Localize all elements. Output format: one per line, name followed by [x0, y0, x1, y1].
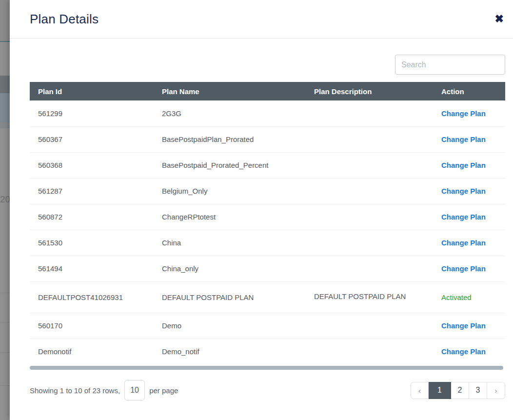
table-row: DEFAULTPOST41026931 DEFAULT POSTPAID PLA…	[30, 281, 505, 313]
change-plan-link[interactable]: Change Plan	[441, 187, 486, 195]
cell-action: Change Plan	[433, 339, 505, 364]
cell-plan-description	[306, 256, 433, 281]
page-size-dropdown[interactable]: 10	[124, 380, 145, 400]
pagination-page-3[interactable]: 3	[469, 382, 487, 399]
cell-plan-description: DEFAULT POSTPAID PLAN	[306, 281, 433, 313]
change-plan-link[interactable]: Change Plan	[441, 239, 486, 247]
cell-plan-name: China_only	[154, 256, 306, 281]
cell-action: Change Plan	[433, 126, 505, 152]
background-band	[0, 93, 10, 122]
cell-plan-id: 561287	[30, 178, 154, 204]
cell-plan-id: 561494	[30, 256, 154, 281]
background-gridline	[0, 293, 10, 293]
background-gridline	[0, 322, 10, 322]
modal-header: Plan Details ✖	[10, 0, 513, 39]
table-toolbar	[30, 55, 505, 75]
pagination-prev-button[interactable]: ‹	[411, 382, 429, 399]
cell-plan-description	[306, 204, 433, 230]
per-page-label: per page	[149, 386, 178, 395]
pagination-next-button[interactable]: ›	[487, 382, 505, 399]
cell-plan-description	[306, 230, 433, 256]
table-row: 560170 Demo Change Plan	[30, 313, 505, 339]
background-band	[0, 76, 10, 93]
background-axis-label: 200	[0, 194, 10, 205]
pagination-summary: Showing 1 to 10 of 23 rows,	[30, 386, 120, 395]
table-row: 561299 2G3G Change Plan	[30, 100, 505, 126]
pagination: ‹123›	[411, 382, 505, 399]
cell-action: Change Plan	[433, 230, 505, 256]
cell-plan-name: ChangeRPtotest	[154, 204, 306, 230]
cell-plan-name: DEFAULT POSTPAID PLAN	[154, 281, 306, 313]
change-plan-link[interactable]: Change Plan	[441, 347, 486, 356]
table-header-row: Plan Id Plan Name Plan Description Actio…	[30, 82, 505, 100]
plan-table: Plan Id Plan Name Plan Description Actio…	[30, 82, 505, 364]
cell-plan-id: 560367	[30, 126, 154, 152]
table-row: 561287 Belgium_Only Change Plan	[30, 178, 505, 204]
plan-details-modal: Plan Details ✖ Plan Id Plan Name Plan De…	[10, 0, 513, 420]
cell-plan-description	[306, 178, 433, 204]
cell-action: Change Plan	[433, 100, 505, 126]
table-row: 560872 ChangeRPtotest Change Plan	[30, 204, 505, 230]
cell-plan-id: 561530	[30, 230, 154, 256]
change-plan-link[interactable]: Change Plan	[441, 109, 486, 118]
change-plan-link[interactable]: Change Plan	[441, 135, 486, 143]
cell-plan-name: Demo	[154, 313, 306, 339]
cell-action: Change Plan	[433, 256, 505, 281]
cell-plan-description	[306, 313, 433, 339]
background-band	[0, 42, 10, 76]
page-title: Plan Details	[30, 12, 99, 27]
modal-body: Plan Id Plan Name Plan Description Actio…	[10, 55, 513, 400]
pagination-page-2[interactable]: 2	[451, 382, 469, 399]
table-row: 561530 China Change Plan	[30, 230, 505, 256]
cell-plan-name: Demo_notif	[154, 339, 306, 364]
search-input[interactable]	[395, 55, 505, 75]
background-band	[0, 122, 10, 128]
background-band	[0, 0, 10, 41]
background-page-strip: 200	[0, 0, 10, 420]
table-row: Demonotif Demo_notif Change Plan	[30, 339, 505, 364]
cell-action: Activated	[433, 281, 505, 313]
horizontal-scrollbar-thumb[interactable]	[30, 366, 503, 370]
cell-plan-id: 560872	[30, 204, 154, 230]
column-header-plan-id: Plan Id	[30, 82, 154, 100]
background-gridline	[0, 352, 10, 353]
cell-plan-description	[306, 339, 433, 364]
cell-plan-id: DEFAULTPOST41026931	[30, 281, 154, 313]
change-plan-link[interactable]: Change Plan	[441, 213, 486, 221]
change-plan-link[interactable]: Change Plan	[441, 264, 486, 273]
cell-action: Change Plan	[433, 313, 505, 339]
cell-plan-name: China	[154, 230, 306, 256]
close-icon[interactable]: ✖	[493, 12, 506, 26]
table-row: 561494 China_only Change Plan	[30, 256, 505, 281]
table-row: 560368 BasePostpaid_Prorated_Percent Cha…	[30, 152, 505, 178]
column-header-action: Action	[433, 82, 505, 100]
cell-plan-description	[306, 100, 433, 126]
cell-plan-id: 560368	[30, 152, 154, 178]
cell-action: Change Plan	[433, 204, 505, 230]
pagination-page-1[interactable]: 1	[429, 382, 451, 399]
column-header-plan-description: Plan Description	[306, 82, 433, 100]
cell-action: Change Plan	[433, 178, 505, 204]
table-footer: Showing 1 to 10 of 23 rows, 10 per page …	[30, 380, 505, 400]
cell-plan-name: BasePostpaid_Prorated_Percent	[154, 152, 306, 178]
cell-plan-id: 561299	[30, 100, 154, 126]
cell-action: Change Plan	[433, 152, 505, 178]
background-gridline	[0, 385, 10, 386]
cell-plan-name: 2G3G	[154, 100, 306, 126]
cell-plan-id: Demonotif	[30, 339, 154, 364]
column-header-plan-name: Plan Name	[154, 82, 306, 100]
cell-plan-name: Belgium_Only	[154, 178, 306, 204]
change-plan-link[interactable]: Change Plan	[441, 321, 486, 330]
cell-plan-name: BasePostpaidPlan_Prorated	[154, 126, 306, 152]
cell-plan-id: 560170	[30, 313, 154, 339]
status-activated-label: Activated	[441, 293, 472, 301]
cell-plan-description	[306, 152, 433, 178]
table-row: 560367 BasePostpaidPlan_Prorated Change …	[30, 126, 505, 152]
change-plan-link[interactable]: Change Plan	[441, 161, 486, 169]
cell-plan-description	[306, 126, 433, 152]
